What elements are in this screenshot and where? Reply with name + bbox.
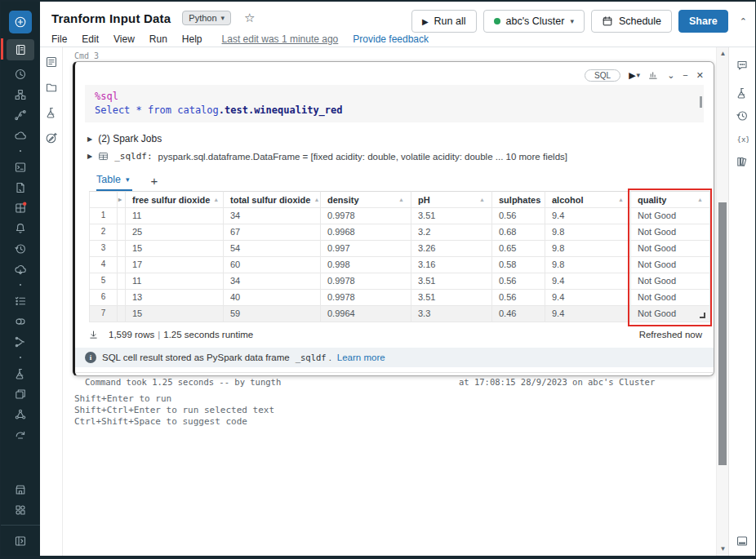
results-tabs: Table ▾ + — [96, 174, 714, 191]
column-header-alcohol[interactable]: alcohol▲ — [545, 191, 631, 208]
dataframe-expander[interactable]: ▶ _sqldf: pyspark.sql.dataframe.DataFram… — [87, 151, 714, 162]
code-scrollbar-thumb[interactable] — [700, 96, 702, 108]
sort-arrow-icon[interactable]: ▲ — [314, 197, 319, 202]
menu-file[interactable]: File — [51, 33, 67, 45]
cluster-selector-button[interactable]: abc's Cluster ▾ — [483, 10, 585, 33]
sidebar-pipelines-icon[interactable] — [1, 331, 40, 352]
sidebar-menu-collapse-icon[interactable] — [1, 530, 40, 551]
column-header-sulphates[interactable]: sulphates▲ — [492, 191, 545, 208]
row-expander-cell[interactable] — [118, 273, 126, 290]
new-note-icon[interactable] — [45, 131, 58, 144]
add-visualization-button[interactable]: + — [150, 174, 158, 191]
sidebar-sql-editor-icon[interactable] — [1, 157, 40, 177]
sidebar-feature-store-icon[interactable] — [1, 384, 40, 404]
row-expander-cell[interactable] — [118, 306, 126, 322]
spark-jobs-expander[interactable]: ▶ (2) Spark Jobs — [87, 133, 714, 144]
chevron-down-icon[interactable]: ⌄ — [667, 71, 674, 80]
tab-table[interactable]: Table ▾ — [96, 174, 132, 191]
table-row[interactable]: 417600.9983.160.589.8Not Good — [89, 257, 710, 273]
right-rail-libraries-icon[interactable] — [736, 150, 749, 173]
sidebar-compute-icon[interactable] — [1, 125, 40, 145]
minimize-cell-icon[interactable]: − — [683, 71, 687, 80]
column-header-density[interactable]: density▲ — [321, 191, 411, 208]
table-of-contents-icon[interactable] — [45, 55, 58, 69]
right-rail-version-history-icon[interactable] — [736, 104, 749, 127]
sidebar-notebook-icon[interactable] — [7, 39, 34, 60]
sidebar-sql-warehouses-icon[interactable] — [1, 259, 40, 279]
sidebar-recents-icon[interactable] — [1, 64, 40, 84]
code-token — [130, 104, 136, 116]
sidebar-workflow-lineage-icon[interactable] — [1, 104, 40, 125]
sidebar-dashboards-icon[interactable] — [1, 197, 40, 218]
scroll-down-icon[interactable]: ▼ — [717, 543, 729, 554]
sidebar-query-history-icon[interactable] — [1, 238, 40, 259]
sidebar-models-icon[interactable] — [1, 404, 40, 424]
table-cell: 11 — [126, 273, 224, 290]
table-row[interactable]: 613400.99783.510.569.4Not Good — [89, 290, 710, 306]
table-row[interactable]: 225670.99683.20.689.8Not Good — [89, 224, 710, 241]
last-edit-link[interactable]: Last edit was 1 minute ago — [222, 33, 339, 45]
column-header-pH[interactable]: pH▲ — [411, 191, 492, 208]
experiments-icon[interactable] — [45, 106, 58, 119]
language-selector[interactable]: Python ▾ — [182, 11, 231, 25]
cell-language-badge[interactable]: SQL — [585, 69, 620, 82]
vertical-scrollbar[interactable]: ▲ ▼ — [716, 47, 728, 556]
sort-arrow-icon[interactable]: ▲ — [618, 197, 624, 202]
chart-icon[interactable] — [648, 70, 659, 81]
table-row[interactable]: 511340.99783.510.569.4Not Good — [89, 273, 710, 290]
menu-edit[interactable]: Edit — [82, 33, 99, 45]
menu-help[interactable]: Help — [182, 33, 202, 45]
column-header-quality[interactable]: quality▲ — [631, 191, 710, 208]
sidebar-queries-icon[interactable] — [1, 177, 40, 197]
right-rail-comments-icon[interactable] — [736, 54, 749, 77]
schedule-button[interactable]: Schedule — [591, 10, 672, 33]
code-editor[interactable]: %sqlSelect * from catalog.test.winequali… — [85, 85, 704, 122]
sidebar-jobs-icon[interactable] — [1, 311, 40, 331]
table-row[interactable]: 111340.99783.510.569.4Not Good — [89, 208, 710, 224]
row-expander-cell[interactable] — [118, 290, 126, 306]
sort-arrow-icon[interactable]: ▲ — [213, 197, 219, 202]
sort-arrow-icon[interactable]: ▲ — [479, 197, 485, 202]
bottom-panel-toggle-icon[interactable] — [736, 535, 749, 548]
run-all-button[interactable]: ▶ Run all — [411, 10, 477, 33]
sidebar-alerts-icon[interactable] — [1, 218, 40, 238]
table-row[interactable]: 315540.9973.260.659.8Not Good — [89, 241, 710, 257]
sidebar-partner-connect-icon[interactable] — [1, 499, 40, 520]
menu-view[interactable]: View — [113, 33, 135, 45]
row-expander-cell[interactable] — [118, 224, 126, 241]
run-cell-button[interactable]: ▶▾ — [629, 71, 640, 80]
collapse-header-chevron-icon[interactable]: ⌃ — [740, 16, 747, 27]
new-button[interactable] — [1, 8, 40, 36]
table-cell: 9.4 — [545, 306, 631, 322]
notebook-cell[interactable]: SQL ▶▾ ⌄ − ✕ %sqlSelect * from catalog.t… — [73, 61, 714, 376]
row-number: 6 — [89, 290, 118, 306]
workspace-folder-icon[interactable] — [45, 81, 58, 94]
scrollbar-thumb[interactable] — [718, 202, 727, 465]
right-rail-variables-icon[interactable]: {x} — [736, 127, 749, 150]
menu-run[interactable]: Run — [149, 33, 167, 45]
sort-arrow-icon[interactable]: ▲ — [697, 197, 703, 202]
table-row[interactable]: 715590.99643.30.469.4Not Good — [89, 306, 710, 322]
scroll-up-icon[interactable]: ▲ — [717, 47, 729, 59]
sidebar-serving-icon[interactable] — [1, 424, 40, 445]
sidebar-job-runs-icon[interactable] — [1, 291, 40, 311]
column-header-free-sulfur-dioxide[interactable]: free sulfur dioxide▲ — [126, 191, 224, 208]
share-button[interactable]: Share — [678, 10, 728, 33]
column-header-total-sulfur-dioxide[interactable]: total sulfur dioxide▲ — [224, 191, 321, 208]
learn-more-link[interactable]: Learn more — [337, 353, 385, 362]
close-cell-icon[interactable]: ✕ — [696, 71, 704, 80]
sort-arrow-icon[interactable]: ▲ — [398, 197, 404, 202]
download-icon[interactable] — [88, 330, 99, 340]
table-resize-handle[interactable] — [700, 313, 705, 318]
row-expander-cell[interactable] — [118, 257, 126, 273]
sidebar-catalog-icon[interactable] — [1, 84, 40, 104]
row-expander-cell[interactable] — [118, 241, 126, 257]
expand-triangle-icon: ▶ — [87, 135, 92, 143]
row-expander-cell[interactable] — [118, 208, 126, 224]
favorite-star-icon[interactable]: ☆ — [244, 11, 255, 25]
expand-rows-icon[interactable]: ▸ — [118, 196, 122, 203]
provide-feedback-link[interactable]: Provide feedback — [353, 33, 429, 45]
sidebar-experiments-icon[interactable] — [1, 363, 40, 384]
right-rail-experiments-icon[interactable] — [736, 82, 749, 104]
sidebar-marketplace-icon[interactable] — [1, 479, 40, 499]
